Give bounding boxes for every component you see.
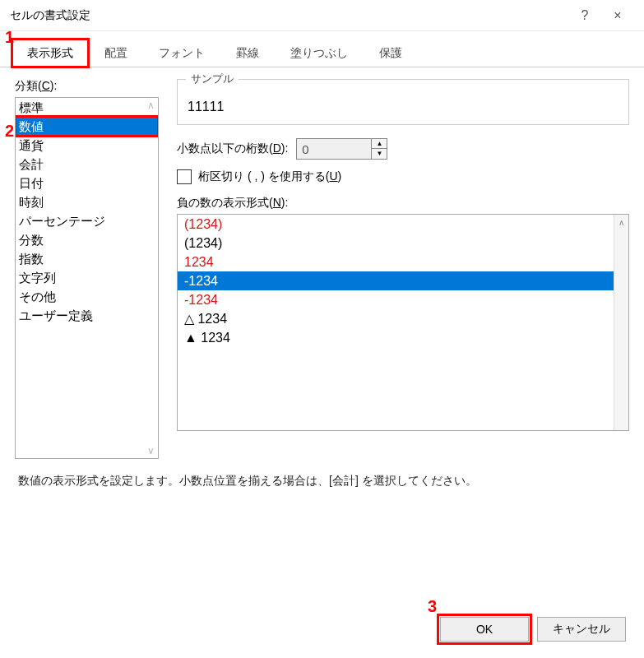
category-item-currency[interactable]: 通貨 [16,136,158,155]
category-item-custom[interactable]: ユーザー定義 [16,306,158,325]
category-listbox[interactable]: ∧ 標準 数値 通貨 会計 日付 時刻 パーセンテージ 分数 指数 文字列 その… [15,97,159,459]
window-title: セルの書式設定 [10,8,568,23]
cancel-button[interactable]: キャンセル [537,617,626,642]
scroll-up-icon: ∧ [614,218,628,227]
tab-border[interactable]: 罫線 [220,39,275,67]
category-item-text[interactable]: 文字列 [16,268,158,287]
sample-value: 11111 [188,100,225,114]
scroll-down-icon: ∨ [145,445,156,456]
category-item-percentage[interactable]: パーセンテージ [16,211,158,230]
ok-button[interactable]: OK [440,617,529,642]
negative-item[interactable]: -1234 [178,290,628,309]
tab-format[interactable]: 表示形式 [12,39,89,67]
category-item-special[interactable]: その他 [16,287,158,306]
content-area: 分類(C): ∧ 標準 数値 通貨 会計 日付 時刻 パーセンテージ 分数 指数… [0,67,644,459]
category-item-standard[interactable]: 標準 [16,98,158,117]
negative-item[interactable]: (1234) [178,234,628,253]
tab-strip: 表示形式 配置 フォント 罫線 塗りつぶし 保護 [0,38,644,67]
negative-item[interactable]: △ 1234 [178,309,628,328]
description-text: 数値の表示形式を設定します。小数点位置を揃える場合は、[会計] を選択してくださ… [0,459,644,489]
negative-item[interactable]: 1234 [178,253,628,271]
category-label: 分類(C): [15,79,159,94]
category-item-number[interactable]: 数値 [16,117,158,136]
spinner-down-icon[interactable]: ▼ [372,149,387,159]
tab-protection[interactable]: 保護 [364,39,418,67]
annotation-1: 1 [5,28,14,47]
decimals-label: 小数点以下の桁数(D): [177,141,288,156]
tab-alignment[interactable]: 配置 [89,39,143,67]
annotation-3: 3 [428,597,437,616]
negative-label: 負の数の表示形式(N): [177,196,629,211]
category-item-time[interactable]: 時刻 [16,192,158,211]
category-item-accounting[interactable]: 会計 [16,155,158,174]
tab-font[interactable]: フォント [143,39,220,67]
negative-listbox[interactable]: (1234) (1234) 1234 -1234 -1234 △ 1234 ▲ … [177,214,629,431]
scrollbar[interactable]: ∧ [614,215,628,430]
help-button[interactable]: ? [568,0,601,31]
tab-fill[interactable]: 塗りつぶし [275,39,364,67]
scroll-up-icon: ∧ [145,100,156,111]
sample-legend: サンプル [186,72,239,86]
negative-item[interactable]: -1234 [178,271,628,290]
separator-row: 桁区切り ( , ) を使用する(U) [177,169,629,184]
category-item-date[interactable]: 日付 [16,174,158,192]
close-button[interactable]: × [601,0,634,31]
negative-item[interactable]: ▲ 1234 [178,328,628,347]
negative-item[interactable]: (1234) [178,215,628,234]
category-column: 分類(C): ∧ 標準 数値 通貨 会計 日付 時刻 パーセンテージ 分数 指数… [15,79,159,459]
decimals-row: 小数点以下の桁数(D): ▲ ▼ [177,138,629,160]
dialog-buttons: OK キャンセル [440,617,626,642]
annotation-2: 2 [5,122,14,141]
spinner-buttons: ▲ ▼ [371,139,387,159]
category-item-fraction[interactable]: 分数 [16,230,158,249]
decimals-input[interactable] [297,139,371,159]
category-item-scientific[interactable]: 指数 [16,249,158,268]
separator-checkbox[interactable] [177,169,192,184]
titlebar: セルの書式設定 ? × [0,0,644,31]
spinner-up-icon[interactable]: ▲ [372,139,387,149]
separator-label: 桁区切り ( , ) を使用する(U) [198,169,341,184]
details-column: サンプル 11111 小数点以下の桁数(D): ▲ ▼ 桁区切り ( , ) を… [177,79,629,459]
sample-box: サンプル 11111 [177,79,629,125]
decimals-spinner[interactable]: ▲ ▼ [296,138,387,160]
